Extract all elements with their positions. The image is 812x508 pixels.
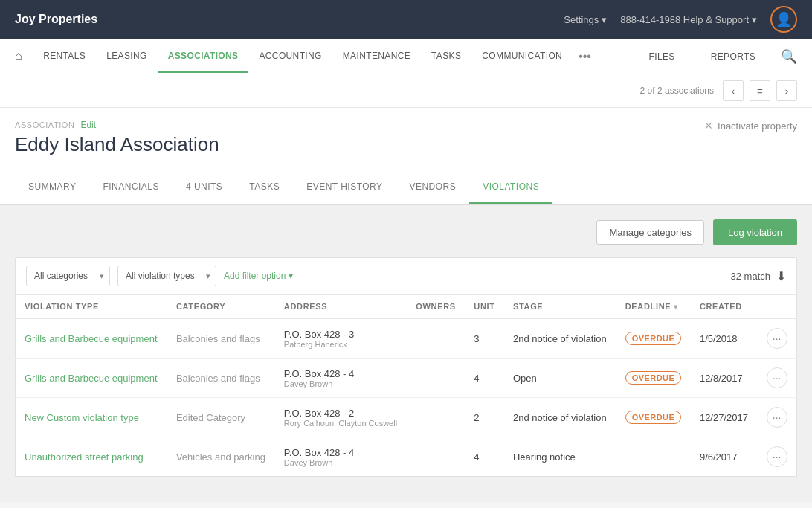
list-view-button[interactable]: ≡ — [750, 80, 770, 101]
violation-link-0[interactable]: Grills and Barbecue equipment — [25, 333, 158, 344]
violations-table: VIOLATION TYPE CATEGORY ADDRESS OWNERS U… — [15, 295, 797, 477]
col-header-category: CATEGORY — [167, 295, 275, 319]
row-more-button-0[interactable]: ··· — [767, 328, 787, 349]
top-bar: Joy Properties Settings ▾ 888-414-1988 H… — [0, 0, 812, 39]
table-row: Grills and Barbecue equipment Balconies … — [16, 319, 797, 359]
col-header-violation-type: VIOLATION TYPE — [16, 295, 167, 319]
cell-more-2: ··· — [758, 398, 797, 437]
cell-unit-1: 4 — [465, 359, 504, 398]
table-row: New Custom violation type Edited Categor… — [16, 398, 797, 437]
cell-owners-3 — [407, 437, 465, 477]
cell-unit-0: 3 — [465, 319, 504, 359]
log-violation-button[interactable]: Log violation — [713, 219, 797, 245]
edit-link[interactable]: Edit — [80, 120, 96, 130]
violations-panel: All categories All violation types Add f… — [15, 257, 797, 477]
main-nav: ⌂ RENTALS LEASING ASSOCIATIONS ACCOUNTIN… — [0, 39, 812, 74]
cell-address-3: P.O. Box 428 - 4 Davey Brown — [275, 437, 407, 477]
cell-more-0: ··· — [758, 319, 797, 359]
tab-vendors[interactable]: VENDORS — [396, 171, 469, 204]
cell-deadline-0: OVERDUE — [616, 319, 691, 359]
cell-created-0: 1/5/2018 — [691, 319, 758, 359]
match-count-text: 32 match — [731, 271, 770, 282]
filter-row: All categories All violation types Add f… — [15, 257, 797, 295]
avatar-icon: 👤 — [776, 11, 792, 28]
help-button[interactable]: 888-414-1988 Help & Support ▾ — [620, 14, 757, 25]
home-icon: ⌂ — [15, 49, 22, 62]
violation-link-3[interactable]: Unauthorized street parking — [25, 451, 158, 463]
nav-item-communication[interactable]: COMMUNICATION — [471, 40, 573, 73]
col-header-address: ADDRESS — [275, 295, 407, 319]
cell-address-1: P.O. Box 428 - 4 Davey Brown — [275, 359, 407, 398]
cell-violation-type-2: New Custom violation type — [16, 398, 167, 437]
categories-filter[interactable]: All categories — [26, 266, 110, 286]
add-filter-button[interactable]: Add filter option ▾ — [224, 271, 293, 281]
tab-units[interactable]: 4 UNITS — [173, 171, 236, 204]
settings-chevron-icon: ▾ — [602, 14, 607, 25]
cell-deadline-3 — [616, 437, 691, 477]
close-icon: ✕ — [704, 120, 713, 132]
violations-toolbar: Manage categories Log violation — [15, 219, 797, 245]
cell-category-2: Edited Category — [167, 398, 275, 437]
col-header-unit: UNIT — [465, 295, 504, 319]
tab-tasks[interactable]: TASKS — [236, 171, 293, 204]
cell-owners-1 — [407, 359, 465, 398]
cell-category-1: Balconies and flags — [167, 359, 275, 398]
pagination-prev-button[interactable]: ‹ — [723, 80, 744, 101]
table-row: Grills and Barbecue equipment Balconies … — [16, 359, 797, 398]
tab-financials[interactable]: FINANCIALS — [89, 171, 172, 204]
col-header-owners: OWNERS — [407, 295, 465, 319]
property-label-text: Association — [15, 120, 74, 129]
pagination-text: 2 of 2 associations — [640, 86, 714, 96]
nav-item-accounting[interactable]: ACCOUNTING — [248, 40, 332, 73]
cell-address-0: P.O. Box 428 - 3 Patberg Hanerick — [275, 319, 407, 359]
row-more-button-3[interactable]: ··· — [767, 446, 787, 467]
table-row: Unauthorized street parking Vehicles and… — [16, 437, 797, 477]
nav-item-files[interactable]: FILES — [639, 41, 686, 72]
cell-more-3: ··· — [758, 437, 797, 477]
nav-item-tasks[interactable]: TASKS — [421, 40, 471, 73]
chevron-left-icon: ‹ — [732, 86, 735, 97]
chevron-right-icon: › — [785, 86, 788, 97]
cell-violation-type-1: Grills and Barbecue equipment — [16, 359, 167, 398]
nav-more-button[interactable]: ••• — [573, 39, 597, 74]
cell-created-1: 12/8/2017 — [691, 359, 758, 398]
violation-link-1[interactable]: Grills and Barbecue equipment — [25, 373, 158, 384]
violation-link-2[interactable]: New Custom violation type — [25, 412, 158, 423]
tab-summary[interactable]: SUMMARY — [15, 171, 89, 204]
overdue-badge: OVERDUE — [625, 371, 681, 385]
categories-filter-wrap: All categories — [26, 266, 110, 286]
row-more-button-1[interactable]: ··· — [767, 367, 787, 388]
cell-address-2: P.O. Box 428 - 2 Rory Calhoun, Clayton C… — [275, 398, 407, 437]
nav-item-maintenance[interactable]: MAINTENANCE — [332, 40, 421, 73]
cell-stage-0: 2nd notice of violation — [504, 319, 616, 359]
cell-deadline-1: OVERDUE — [616, 359, 691, 398]
avatar[interactable]: 👤 — [770, 6, 797, 33]
nav-item-leasing[interactable]: LEASING — [96, 40, 158, 73]
list-icon: ≡ — [757, 86, 763, 97]
nav-item-reports[interactable]: REPORTS — [700, 41, 766, 72]
content-area: Manage categories Log violation All cate… — [0, 205, 812, 502]
tab-event-history[interactable]: EVENT HISTORY — [293, 171, 396, 204]
cell-created-2: 12/27/2017 — [691, 398, 758, 437]
home-nav-item[interactable]: ⌂ — [15, 39, 33, 74]
cell-owners-2 — [407, 398, 465, 437]
overdue-badge: OVERDUE — [625, 411, 681, 424]
tab-violations[interactable]: VIOLATIONS — [469, 171, 552, 204]
violation-types-filter[interactable]: All violation types — [117, 266, 216, 286]
cell-created-3: 9/6/2017 — [691, 437, 758, 477]
download-button[interactable]: ⬇ — [776, 269, 786, 283]
violation-types-filter-wrap: All violation types — [117, 266, 216, 286]
pagination-bar: 2 of 2 associations ‹ ≡ › — [0, 74, 812, 108]
inactivate-property-button[interactable]: ✕ Inactivate property — [704, 120, 797, 132]
col-header-deadline[interactable]: DEADLINE ▾ — [616, 295, 691, 319]
manage-categories-button[interactable]: Manage categories — [596, 220, 704, 245]
pagination-next-button[interactable]: › — [776, 80, 797, 101]
help-chevron-icon: ▾ — [752, 14, 757, 25]
deadline-sort-icon: ▾ — [674, 303, 678, 311]
nav-item-associations[interactable]: ASSOCIATIONS — [158, 40, 249, 73]
search-button[interactable]: 🔍 — [781, 48, 797, 65]
cell-category-3: Vehicles and parking — [167, 437, 275, 477]
settings-button[interactable]: Settings ▾ — [564, 14, 607, 25]
nav-item-rentals[interactable]: RENTALS — [33, 40, 96, 73]
row-more-button-2[interactable]: ··· — [767, 407, 787, 428]
